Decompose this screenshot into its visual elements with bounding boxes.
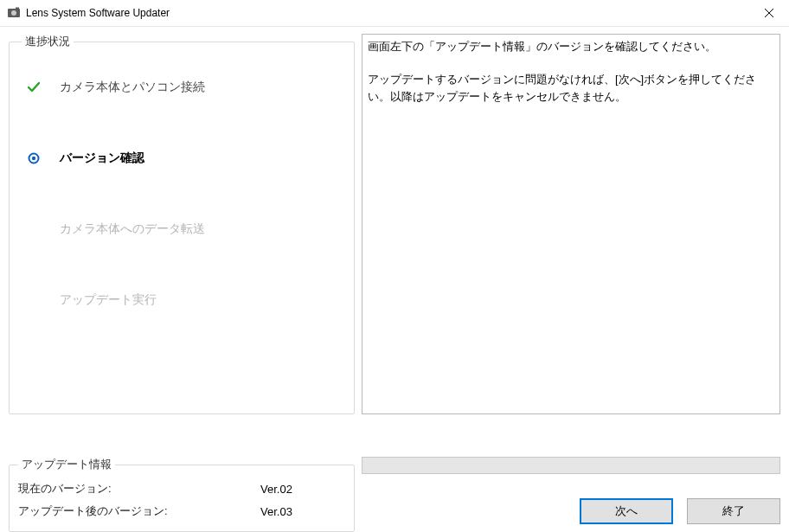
step-transfer: カメラ本体へのデータ転送 — [22, 208, 342, 250]
check-icon — [23, 81, 44, 93]
close-button[interactable] — [749, 0, 789, 27]
svg-point-1 — [11, 10, 16, 16]
close-icon — [765, 9, 773, 17]
step-connect: カメラ本体とパソコン接続 — [22, 67, 342, 108]
after-version-row: アップデート後のバージョン: Ver.03 — [18, 500, 345, 522]
progress-bar — [362, 457, 780, 474]
window-title: Lens System Software Updater — [26, 7, 170, 19]
after-version-value: Ver.03 — [260, 505, 292, 518]
finish-button[interactable]: 終了 — [687, 498, 780, 524]
update-info-fieldset: アップデート情報 現在のバージョン: Ver.02 アップデート後のバージョン:… — [9, 457, 355, 532]
step-execute: アップデート実行 — [22, 279, 342, 321]
next-button[interactable]: 次へ — [580, 498, 673, 524]
svg-point-4 — [32, 157, 35, 160]
current-step-icon — [23, 152, 44, 164]
progress-legend: 進捗状況 — [22, 34, 74, 49]
app-icon — [7, 6, 21, 20]
update-info-legend: アップデート情報 — [18, 457, 115, 472]
step-version-check: バージョン確認 — [22, 138, 342, 179]
instructions-line2: アップデートするバージョンに問題がなければ、[次へ]ボタンを押してください。以降… — [368, 71, 774, 106]
step-label: カメラ本体へのデータ転送 — [44, 221, 205, 237]
svg-rect-2 — [16, 8, 19, 10]
instructions-line1: 画面左下の「アップデート情報」のバージョンを確認してください。 — [368, 38, 774, 55]
progress-fieldset: 進捗状況 カメラ本体とパソコン接続 バージョン確認 — [9, 34, 355, 414]
step-label: アップデート実行 — [44, 292, 157, 308]
titlebar: Lens System Software Updater — [0, 0, 789, 27]
instructions-panel: 画面左下の「アップデート情報」のバージョンを確認してください。 アップデートする… — [362, 34, 780, 414]
step-label: カメラ本体とパソコン接続 — [44, 80, 205, 95]
current-version-label: 現在のバージョン: — [18, 481, 260, 497]
current-version-row: 現在のバージョン: Ver.02 — [18, 478, 345, 500]
step-label: バージョン確認 — [44, 151, 144, 166]
after-version-label: アップデート後のバージョン: — [18, 503, 260, 519]
current-version-value: Ver.02 — [260, 483, 292, 496]
